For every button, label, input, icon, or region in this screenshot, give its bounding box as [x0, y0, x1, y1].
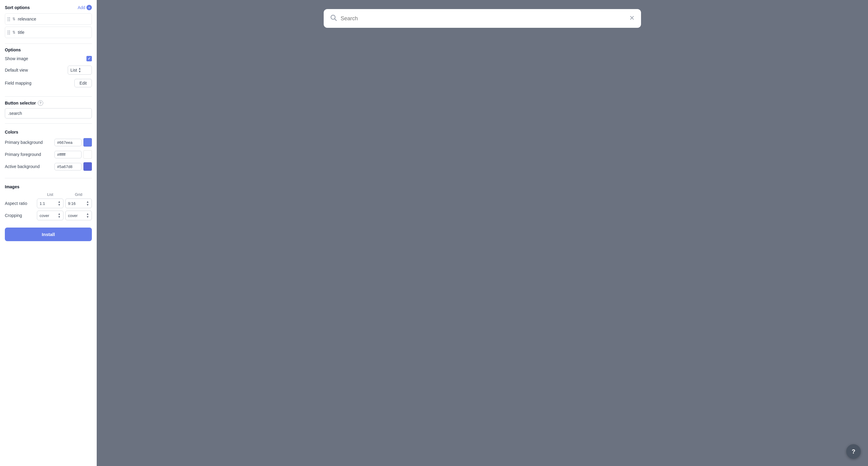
primary-foreground-swatch[interactable]: [84, 150, 92, 159]
svg-line-1: [335, 19, 337, 21]
sort-arrows-icon: ⇅: [12, 30, 16, 34]
cropping-list-value: cover: [39, 213, 49, 218]
aspect-ratio-grid-value: 9:16: [68, 201, 75, 206]
options-section: Options Show image Default view List ▲▼ …: [5, 48, 92, 92]
search-icon: [330, 14, 337, 23]
images-grid-header: List Grid: [5, 192, 92, 197]
field-mapping-edit-button[interactable]: Edit: [74, 79, 92, 87]
aspect-ratio-list-value: 1:1: [39, 201, 45, 206]
default-view-value: List: [70, 68, 77, 72]
add-label: Add: [78, 5, 85, 10]
select-arrows-icon: ▲▼: [86, 213, 89, 218]
help-bubble-button[interactable]: ?: [846, 444, 861, 459]
button-selector-input[interactable]: [5, 108, 92, 119]
button-selector-header: Button selector ?: [5, 100, 92, 106]
select-arrows-icon: ▲▼: [58, 213, 61, 218]
sort-item-relevance[interactable]: ⇅ relevance: [5, 13, 92, 25]
select-arrows-icon: ▲▼: [78, 67, 81, 73]
divider: [5, 43, 92, 44]
button-selector-section: Button selector ?: [5, 100, 92, 120]
sort-item-title[interactable]: ⇅ title: [5, 27, 92, 38]
show-image-label: Show image: [5, 56, 28, 61]
sort-item-label: title: [18, 30, 25, 35]
cropping-grid-select[interactable]: cover ▲▼: [65, 211, 92, 220]
field-mapping-label: Field mapping: [5, 81, 31, 86]
sort-options-title: Sort options: [5, 5, 30, 10]
left-panel: Sort options Add + ⇅ relevance ⇅ title: [0, 0, 97, 466]
default-view-label: Default view: [5, 68, 28, 72]
default-view-select[interactable]: List ▲▼: [68, 66, 92, 75]
show-image-checkbox[interactable]: [87, 56, 92, 61]
aspect-ratio-list-select[interactable]: 1:1 ▲▼: [37, 198, 63, 208]
aspect-ratio-row: Aspect ratio 1:1 ▲▼ 9:16 ▲▼: [5, 198, 92, 208]
default-view-row: Default view List ▲▼: [5, 66, 92, 75]
primary-foreground-input[interactable]: [54, 151, 82, 158]
divider: [5, 178, 92, 178]
select-arrows-icon: ▲▼: [86, 200, 89, 207]
active-background-label: Active background: [5, 164, 39, 169]
active-background-input[interactable]: [54, 163, 82, 170]
colors-section: Colors Primary background Primary foregr…: [5, 130, 92, 175]
search-close-button[interactable]: [629, 15, 635, 22]
grid-header: Grid: [65, 192, 92, 197]
active-background-control: [54, 162, 92, 171]
list-header: List: [37, 192, 63, 197]
images-title: Images: [5, 184, 92, 189]
primary-background-swatch[interactable]: [84, 138, 92, 147]
plus-circle-icon: +: [87, 5, 92, 10]
button-selector-title: Button selector: [5, 101, 36, 105]
primary-foreground-control: [54, 150, 92, 159]
search-input[interactable]: [341, 15, 625, 22]
sort-options-header: Sort options Add +: [5, 5, 92, 10]
divider: [5, 123, 92, 124]
cropping-list-select[interactable]: cover ▲▼: [37, 211, 63, 220]
sort-item-label: relevance: [18, 17, 36, 22]
primary-foreground-row: Primary foreground: [5, 150, 92, 159]
cropping-label: Cropping: [5, 213, 35, 218]
select-arrows-icon: ▲▼: [58, 200, 61, 207]
primary-background-control: [54, 138, 92, 147]
aspect-ratio-grid-select[interactable]: 9:16 ▲▼: [65, 198, 92, 208]
drag-handle-icon: [7, 17, 10, 21]
button-selector-help-icon[interactable]: ?: [38, 100, 43, 106]
show-image-row: Show image: [5, 56, 92, 61]
field-mapping-row: Field mapping Edit: [5, 79, 92, 87]
empty-header: [5, 192, 35, 197]
colors-title: Colors: [5, 130, 92, 134]
primary-background-input[interactable]: [54, 139, 82, 146]
drag-handle-icon: [7, 31, 10, 34]
aspect-ratio-label: Aspect ratio: [5, 201, 35, 206]
cropping-grid-value: cover: [68, 213, 78, 218]
add-sort-button[interactable]: Add +: [78, 5, 92, 10]
search-bar: [324, 9, 641, 28]
options-title: Options: [5, 48, 92, 52]
images-section: Images List Grid Aspect ratio 1:1 ▲▼ 9:1…: [5, 184, 92, 223]
right-panel: ?: [97, 0, 868, 466]
cropping-row: Cropping cover ▲▼ cover ▲▼: [5, 211, 92, 220]
active-background-row: Active background: [5, 162, 92, 171]
sort-arrows-icon: ⇅: [12, 17, 16, 21]
install-button[interactable]: Install: [5, 227, 92, 241]
divider: [5, 96, 92, 97]
primary-foreground-label: Primary foreground: [5, 152, 41, 157]
active-background-swatch[interactable]: [84, 162, 92, 171]
primary-background-label: Primary background: [5, 140, 42, 145]
primary-background-row: Primary background: [5, 138, 92, 147]
